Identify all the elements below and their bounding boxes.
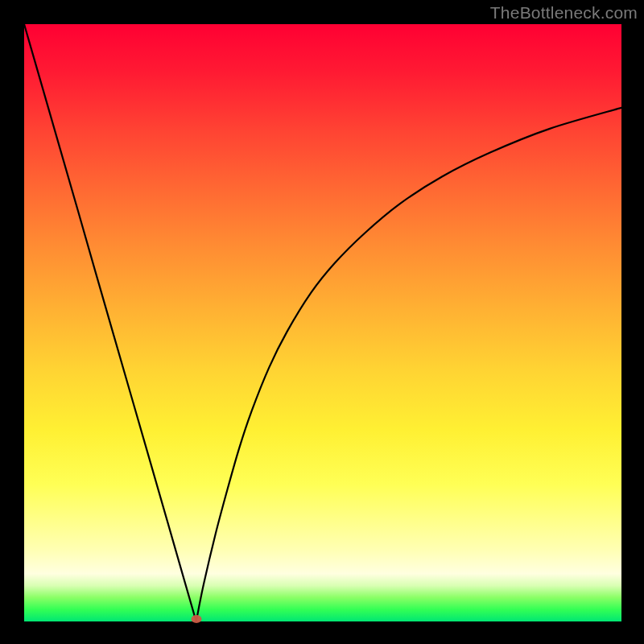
watermark-text: TheBottleneck.com bbox=[490, 3, 638, 23]
minimum-marker bbox=[191, 615, 201, 623]
bottleneck-curve bbox=[24, 24, 621, 621]
chart-frame: TheBottleneck.com bbox=[0, 0, 644, 644]
plot-area bbox=[24, 24, 621, 621]
